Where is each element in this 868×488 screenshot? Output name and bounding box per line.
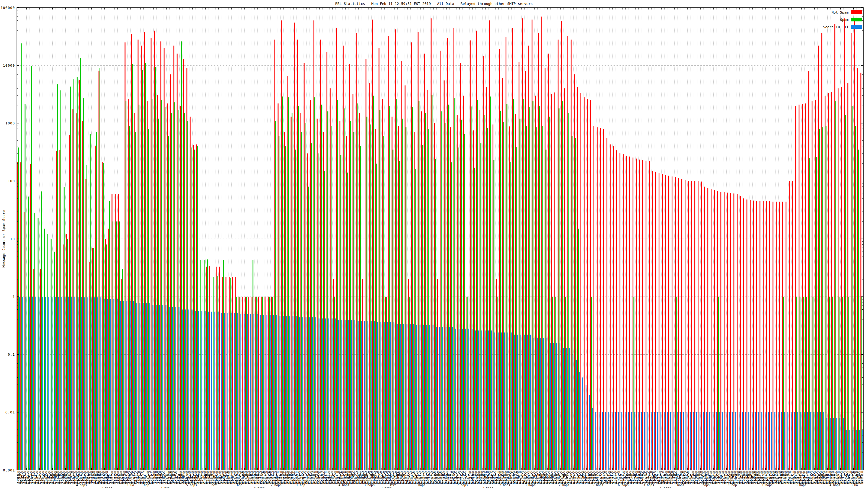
x-axis-hops-label: 1 hops [762, 483, 773, 487]
x-axis-hops-label: 3 hops [364, 483, 375, 487]
plot-area: 1000001000010001001010.10.010.001 [0, 0, 868, 488]
x-axis-hops-label: 4 hops [830, 483, 840, 487]
legend-label-not-spam: Not Spam [831, 10, 848, 14]
svg-text:1: 1 [12, 295, 15, 299]
x-axis-hops-label: hop [237, 483, 242, 487]
legend-label-score: Score (0..1) [823, 25, 848, 29]
x-axis-hops-label: 5 hops [592, 483, 603, 487]
x-axis-hops-label: 1 hop [296, 483, 305, 487]
bars [17, 17, 863, 470]
svg-text:10: 10 [10, 237, 15, 241]
legend-swatch-not-spam [850, 10, 862, 14]
x-axis-hops-label: 1 hop [161, 486, 170, 488]
x-axis-hops-label: 6 hops [660, 486, 671, 488]
legend-swatch-score [850, 25, 862, 29]
x-axis-hops-label: 3 hops [525, 483, 536, 487]
x-axis-hops-label: 5 hops [186, 483, 197, 487]
x-axis-hops-label: 6 hops [796, 483, 806, 487]
x-axis-hops-label: 4 hops [339, 483, 349, 487]
x-axis-hops-label: 6 hops [618, 483, 629, 487]
chart-title: RBL Statistics - Mon Feb 11 12:59:31 EST… [0, 2, 868, 6]
x-axis-hops-label: hops [677, 483, 684, 487]
legend-swatch-spam [850, 18, 862, 22]
legend-row-score: Score (0..1) [823, 25, 862, 29]
rbl-statistics-screenshot: { "title": "RBL Statistics - Mon Feb 11 … [0, 0, 868, 488]
legend-label-spam: Spam [840, 18, 848, 22]
x-axis-hops-label: 5 hops [415, 483, 426, 487]
x-axis-hops-label: 4 hops [76, 483, 87, 487]
x-axis-hops-label: 2 hops [101, 486, 112, 488]
x-axis-hops-label: 2 hops [271, 483, 282, 487]
x-axis-hops-label: 2 hops [558, 483, 569, 487]
svg-text:1000: 1000 [5, 121, 15, 125]
svg-text:0.1: 0.1 [8, 352, 15, 357]
x-axis-hops-label: 7 hops [381, 486, 392, 488]
svg-text:0.01: 0.01 [5, 410, 15, 414]
y-axis-title: Message Count or Spam Score [2, 8, 6, 470]
x-axis-hops-label: 3 Ho [850, 483, 858, 487]
svg-text:100: 100 [8, 179, 15, 183]
legend: Not Spam Spam Score (0..1) [823, 10, 862, 32]
x-axis-hops-label: 7 hops [483, 486, 493, 488]
legend-row-spam: Spam [823, 18, 862, 22]
x-axis-hops-label: 1 hop [728, 483, 737, 487]
x-axis-hops-label: hop [144, 483, 149, 487]
legend-row-not-spam: Not Spam [823, 10, 862, 14]
x-axis-hops-label: 4 hops [254, 486, 265, 488]
x-axis-hops-label: 7 hops [457, 483, 468, 487]
x-axis-hops-label: net [212, 483, 217, 487]
gridlines [17, 8, 863, 470]
x-axis-hops-label: 1 Ho [127, 483, 134, 487]
x-axis-hops-label: 2 hops [499, 483, 510, 487]
x-axis-hops-label: 3 hops [643, 483, 654, 487]
x-axis-hops-label: hops [703, 483, 710, 487]
